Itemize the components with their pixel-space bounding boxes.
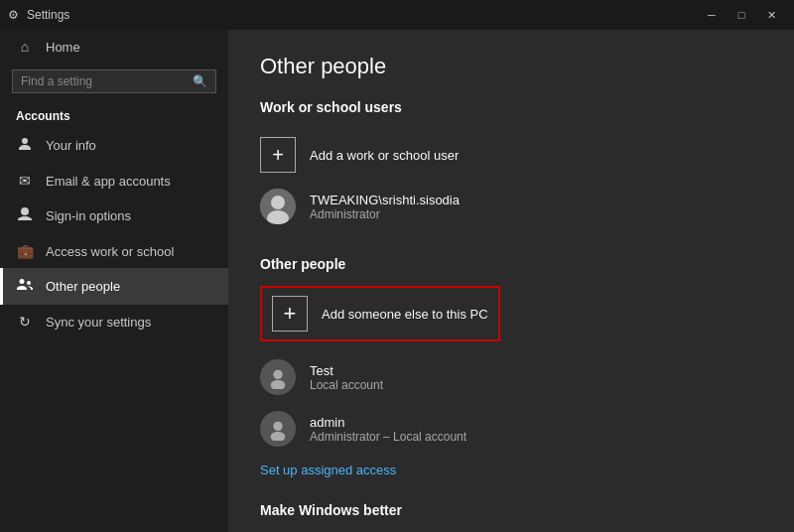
sidebar-item-email[interactable]: ✉ Email & app accounts <box>0 164 228 198</box>
content-area: Other people Work or school users + Add … <box>228 30 794 532</box>
accounts-section-label: Accounts <box>0 99 228 127</box>
search-input[interactable] <box>21 74 187 88</box>
admin-user-text: admin Administrator – Local account <box>310 415 466 444</box>
home-icon: ⌂ <box>16 39 34 55</box>
sidebar-item-access-work[interactable]: 💼 Access work or school <box>0 234 228 268</box>
search-box[interactable]: 🔍 <box>12 69 216 93</box>
add-work-school-button[interactable]: + Add a work or school user <box>260 129 762 181</box>
signin-icon <box>16 206 34 225</box>
main-layout: ⌂ Home 🔍 Accounts Your info ✉ Email & ap… <box>0 30 794 532</box>
sync-icon: ↻ <box>16 314 34 330</box>
sidebar-home-label: Home <box>46 40 80 55</box>
make-windows-better-section: Make Windows better Give us feedback <box>260 502 762 532</box>
add-person-text: Add someone else to this PC <box>322 307 488 322</box>
work-icon: 💼 <box>16 243 34 259</box>
settings-icon: ⚙ <box>8 8 19 22</box>
sidebar-item-signin[interactable]: Sign-in options <box>0 198 228 234</box>
sidebar-item-other-people[interactable]: Other people <box>0 268 228 305</box>
svg-point-3 <box>273 370 282 379</box>
titlebar: ⚙ Settings ─ □ ✕ <box>0 0 794 30</box>
test-user-avatar <box>260 359 296 395</box>
close-button[interactable]: ✕ <box>756 0 786 30</box>
sidebar-access-work-label: Access work or school <box>46 244 174 259</box>
other-people-section: Other people + Add someone else to this … <box>260 256 762 478</box>
work-school-title: Work or school users <box>260 99 762 115</box>
svg-point-1 <box>271 196 285 209</box>
your-info-icon <box>16 136 34 155</box>
svg-point-5 <box>273 422 282 431</box>
email-icon: ✉ <box>16 173 34 189</box>
setup-assigned-access-link[interactable]: Set up assigned access <box>260 463 396 477</box>
sidebar-email-label: Email & app accounts <box>46 174 171 189</box>
sidebar-item-home[interactable]: ⌂ Home <box>0 30 228 64</box>
tweaking-user-item[interactable]: TWEAKING\srishti.sisodia Administrator <box>260 181 762 232</box>
titlebar-controls: ─ □ ✕ <box>697 0 786 30</box>
admin-user-item[interactable]: admin Administrator – Local account <box>260 403 762 455</box>
work-school-section: Work or school users + Add a work or sch… <box>260 99 762 232</box>
add-work-school-icon: + <box>260 137 296 173</box>
sidebar-signin-label: Sign-in options <box>46 208 131 223</box>
page-title: Other people <box>260 54 762 79</box>
search-icon: 🔍 <box>193 74 207 88</box>
make-better-title: Make Windows better <box>260 502 762 518</box>
sidebar-item-your-info[interactable]: Your info <box>0 127 228 164</box>
sidebar-item-sync[interactable]: ↻ Sync your settings <box>0 305 228 338</box>
test-user-text: Test Local account <box>310 363 383 392</box>
add-work-school-text: Add a work or school user <box>310 148 459 163</box>
minimize-button[interactable]: ─ <box>697 0 727 30</box>
sidebar-other-people-label: Other people <box>46 279 120 294</box>
maximize-button[interactable]: □ <box>727 0 756 30</box>
sidebar-sync-label: Sync your settings <box>46 315 151 330</box>
tweaking-user-text: TWEAKING\srishti.sisodia Administrator <box>310 193 460 221</box>
other-people-title: Other people <box>260 256 762 272</box>
add-someone-button[interactable]: + Add someone else to this PC <box>260 286 500 341</box>
titlebar-title: Settings <box>27 8 69 22</box>
add-person-icon: + <box>272 296 308 332</box>
sidebar: ⌂ Home 🔍 Accounts Your info ✉ Email & ap… <box>0 30 228 532</box>
other-people-icon <box>16 277 34 296</box>
svg-point-4 <box>271 380 286 389</box>
admin-user-avatar <box>260 411 296 447</box>
svg-point-6 <box>271 432 286 441</box>
user-avatar <box>260 189 296 224</box>
sidebar-your-info-label: Your info <box>46 138 96 153</box>
test-user-item[interactable]: Test Local account <box>260 351 762 403</box>
